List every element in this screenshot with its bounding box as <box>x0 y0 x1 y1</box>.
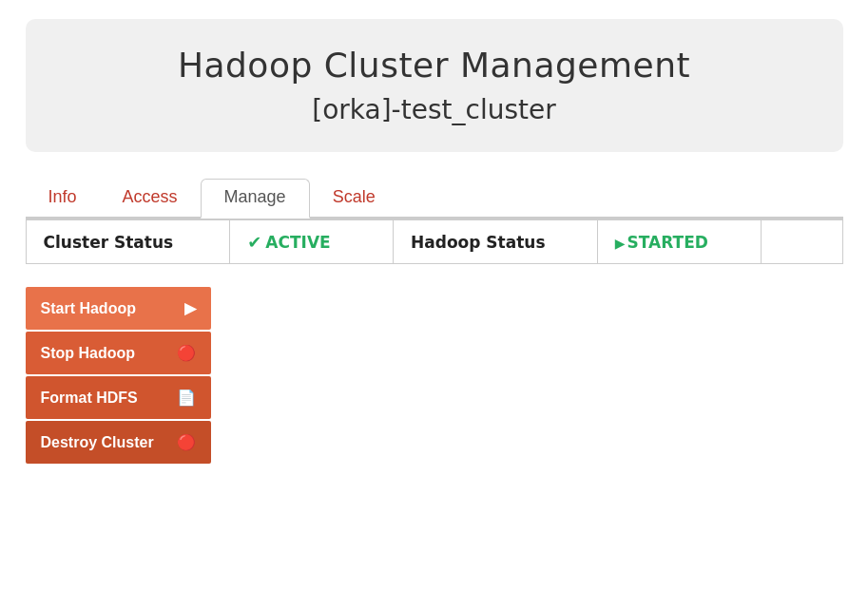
stop-hadoop-button[interactable]: Stop Hadoop 🔴 <box>26 332 211 374</box>
start-hadoop-button[interactable]: Start Hadoop ▶ <box>26 287 211 330</box>
tab-scale[interactable]: Scale <box>310 180 398 217</box>
header-box: Hadoop Cluster Management [orka]-test_cl… <box>26 19 843 152</box>
destroy-icon: 🔴 <box>177 433 196 451</box>
format-icon: 📄 <box>177 389 196 407</box>
format-hdfs-label: Format HDFS <box>41 390 138 407</box>
stop-icon: 🔴 <box>177 344 196 362</box>
check-icon: ✔ <box>247 232 261 252</box>
destroy-cluster-button[interactable]: Destroy Cluster 🔴 <box>26 421 211 464</box>
tabs-container: Info Access Manage Scale <box>26 179 843 219</box>
play-icon: ▶ <box>615 236 626 251</box>
stop-hadoop-label: Stop Hadoop <box>41 345 136 362</box>
empty-cell <box>761 219 842 264</box>
tab-manage[interactable]: Manage <box>201 179 310 219</box>
buttons-panel: Start Hadoop ▶ Stop Hadoop 🔴 Format HDFS… <box>26 287 843 466</box>
start-icon: ▶ <box>184 299 196 317</box>
format-hdfs-button[interactable]: Format HDFS 📄 <box>26 376 211 419</box>
hadoop-status-label: Hadoop Status <box>394 219 598 264</box>
status-table: Cluster Status ✔ACTIVE Hadoop Status ▶ST… <box>26 219 843 264</box>
start-hadoop-label: Start Hadoop <box>41 300 136 317</box>
table-row: Cluster Status ✔ACTIVE Hadoop Status ▶ST… <box>26 219 842 264</box>
destroy-cluster-label: Destroy Cluster <box>41 434 154 451</box>
tab-info[interactable]: Info <box>26 180 100 217</box>
tab-access[interactable]: Access <box>100 180 201 217</box>
cluster-status-label: Cluster Status <box>26 219 230 264</box>
page-title: Hadoop Cluster Management <box>45 46 824 85</box>
cluster-name: [orka]-test_cluster <box>45 94 824 125</box>
cluster-status-value: ✔ACTIVE <box>230 219 394 264</box>
hadoop-status-value: ▶STARTED <box>597 219 761 264</box>
